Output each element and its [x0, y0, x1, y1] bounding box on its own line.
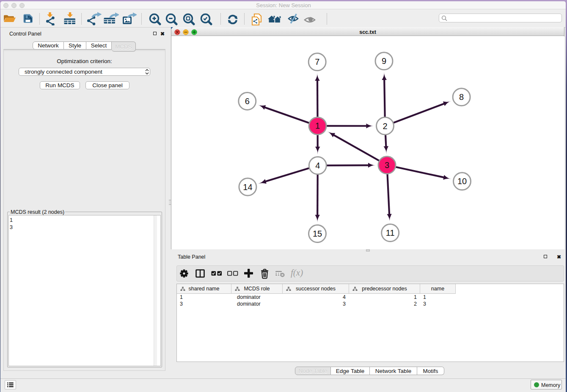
- svg-text:11: 11: [386, 228, 395, 237]
- svg-text:10: 10: [457, 177, 467, 186]
- svg-text:4: 4: [315, 161, 320, 170]
- svg-text:2: 2: [383, 121, 387, 131]
- svg-text:7: 7: [315, 57, 319, 66]
- svg-text:9: 9: [382, 56, 386, 66]
- svg-text:14: 14: [243, 182, 252, 192]
- svg-text:6: 6: [245, 97, 250, 106]
- svg-text:1: 1: [315, 121, 320, 130]
- svg-text:15: 15: [313, 229, 322, 238]
- svg-text:8: 8: [459, 92, 464, 102]
- svg-text:3: 3: [385, 160, 389, 170]
